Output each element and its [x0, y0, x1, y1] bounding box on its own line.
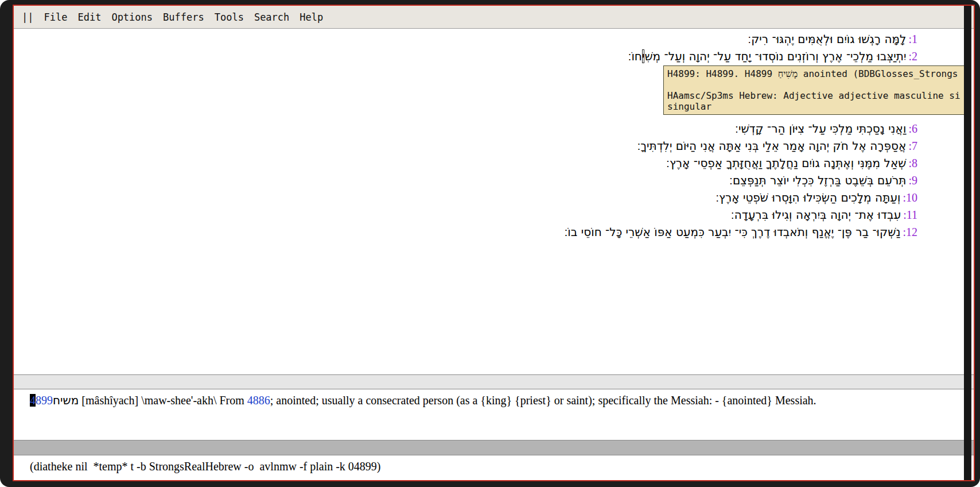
verse-line[interactable]: :11 עִבְדוּ אֶת־ יְהוָה בְּיִרְאָה וְגִי…	[14, 206, 917, 223]
scrollbar[interactable]	[964, 6, 971, 480]
verse-ref: :11	[903, 208, 917, 221]
verse-line[interactable]: :6 וַאֲנִי נָסַכְתִּי מַלְכִּי עַל־ צִיּ…	[14, 120, 917, 137]
lexicon-hebrew-word: משיח	[53, 393, 79, 407]
verse-ref: :10	[903, 191, 917, 204]
verse-text[interactable]: אֲסַפְּרָה אֶל חֹק יְהוָה אָמַר אֵלַי בְ…	[637, 139, 906, 153]
emacs-frame: || File Edit Options Buffers Tools Searc…	[13, 5, 975, 481]
tooltip-line-morph: HAamsc/Sp3ms Hebrew: Adjective adjective…	[667, 90, 967, 101]
menu-item-buffers[interactable]: Buffers	[163, 11, 204, 23]
verse-text[interactable]: וְעַתָּה מְלָכִים הַשְׂכִּילוּ הִוָּסְרו…	[715, 191, 900, 204]
verse-line[interactable]: :12 נַשְּׁקוּ־ בַר פֶּן־ יֶאֱנַף וְתֹאבְ…	[14, 223, 917, 241]
minibuffer-command-echo: (diatheke nil *temp* t -b StrongsRealHeb…	[30, 460, 381, 473]
tooltip-line-blank	[667, 79, 967, 90]
tooltip-line-strongs: H4899: H4899. H4899 מָשִׁיחַ anointed (B…	[667, 68, 967, 79]
strongs-cross-reference-link[interactable]: 4886	[247, 394, 270, 407]
verse-text[interactable]: יִתְיַצְּבוּ מַלְכֵי־ אֶרֶץ וְרוֹזְנִים …	[628, 49, 906, 63]
verse-ref: :2	[908, 50, 917, 63]
verse-ref: :6	[908, 122, 917, 135]
menu-item-tools[interactable]: Tools	[215, 11, 244, 23]
text-cursor-block: 4	[30, 394, 36, 407]
verse-ref: :1	[908, 33, 917, 45]
verse-ref: :9	[908, 174, 917, 187]
minibuffer[interactable]: (diatheke nil *temp* t -b StrongsRealHeb…	[14, 455, 974, 478]
menu-item-separator: ||	[22, 11, 33, 23]
strongs-number: 899	[36, 394, 53, 407]
modeline-bible[interactable]: U:%*-*bible*AllL2(Bible (Psalms 2) OSHB …	[14, 374, 974, 389]
verse-text[interactable]: תְּרֹעֵם בְּשֵׁבֶט בַּרְזֶל כִּכְלִי יוֹ…	[729, 173, 906, 187]
verse-ref: :8	[908, 157, 917, 169]
morphology-tooltip: H4899: H4899. H4899 מָשִׁיחַ anointed (B…	[663, 65, 970, 115]
hollow-text-cursor: י	[642, 49, 644, 63]
verse-text[interactable]: עִבְדוּ אֶת־ יְהוָה בְּיִרְאָה וְגִילוּ …	[731, 208, 901, 222]
lexicon-definition-end: ; anointed; usually a consecrated person…	[270, 394, 816, 407]
verse-line[interactable]: :9 תְּרֹעֵם בְּשֵׁבֶט בַּרְזֶל כִּכְלִי …	[14, 172, 917, 189]
verse-line[interactable]: :1 לָמָּה רָגְשׁוּ גוֹיִם וּלְאֻמִּים יֶ…	[14, 30, 917, 48]
verse-text[interactable]: לָמָּה רָגְשׁוּ גוֹיִם וּלְאֻמִּים יֶהְג…	[748, 32, 906, 46]
menu-item-file[interactable]: File	[44, 11, 67, 23]
verse-text[interactable]: נַשְּׁקוּ־ בַר פֶּן־ יֶאֱנַף וְתֹאבְדוּ …	[564, 225, 900, 239]
verse-line[interactable]: :8 שְׁאַל מִמֶּנִּי וְאֶתְּנָה גוֹיִם נַ…	[14, 154, 917, 172]
verse-text[interactable]: וַאֲנִי נָסַכְתִּי מַלְכִּי עַל־ צִיּוֹן…	[735, 122, 906, 136]
modeline-bible-term[interactable]: U:%*-*bible-term-hebrew-04899*AllL1(Bibl…	[14, 440, 974, 455]
verse-line[interactable]: :2 יִתְיַצְּבוּ מַלְכֵי־ אֶרֶץ וְרוֹזְנִ…	[14, 48, 917, 65]
lexicon-definition-middle: [mâshîyach] \maw-shee'-akh\ From	[79, 394, 247, 407]
lexicon-entry[interactable]: 4899משיח [mâshîyach] \maw-shee'-akh\ Fro…	[30, 393, 966, 408]
verse-text[interactable]: שְׁאַל מִמֶּנִּי וְאֶתְּנָה גוֹיִם נַחֲל…	[666, 156, 906, 170]
menu-item-search[interactable]: Search	[254, 11, 289, 23]
tooltip-line-morph2: singular	[667, 101, 967, 112]
bible-buffer-window: :1 לָמָּה רָגְשׁוּ גוֹיִם וּלְאֻמִּים יֶ…	[14, 29, 974, 374]
verse-ref: :12	[903, 226, 917, 238]
menu-item-edit[interactable]: Edit	[77, 11, 101, 23]
verse-ref: :7	[908, 140, 917, 152]
emacs-frame-screenshot: || File Edit Options Buffers Tools Searc…	[0, 0, 980, 487]
menu-bar: || File Edit Options Buffers Tools Searc…	[14, 6, 974, 29]
lexicon-buffer-window: 4899משיח [mâshîyach] \maw-shee'-akh\ Fro…	[14, 389, 974, 440]
verse-line[interactable]: :7 אֲסַפְּרָה אֶל חֹק יְהוָה אָמַר אֵלַי…	[14, 137, 917, 154]
verse-line[interactable]: :10 וְעַתָּה מְלָכִים הַשְׂכִּילוּ הִוָּ…	[14, 189, 917, 206]
menu-item-help[interactable]: Help	[300, 11, 323, 23]
menu-item-options[interactable]: Options	[111, 11, 153, 23]
